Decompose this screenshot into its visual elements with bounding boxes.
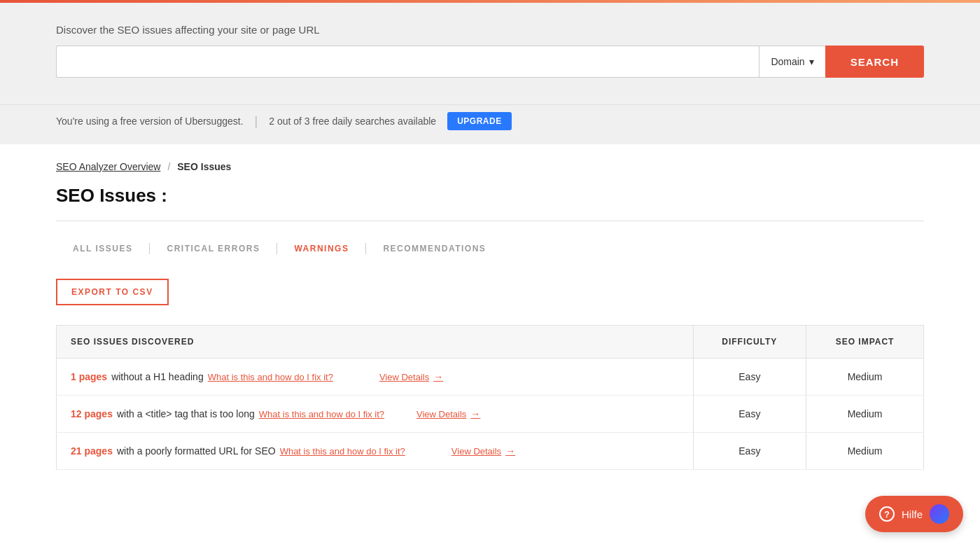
pages-link-1[interactable]: 1 pages (71, 371, 107, 382)
main-content: SEO Analyzer Overview / SEO Issues SEO I… (0, 144, 980, 549)
issue-desc-2: with a <title> tag that is too long (117, 408, 255, 419)
tab-critical-errors[interactable]: CRITICAL ERRORS (150, 238, 276, 259)
upgrade-button[interactable]: UPGRADE (447, 112, 512, 130)
searches-info: 2 out of 3 free daily searches available (269, 116, 436, 127)
issues-table: SEO ISSUES DISCOVERED DIFFICULTY SEO IMP… (56, 325, 924, 470)
view-details-label-3: View Details (451, 446, 501, 457)
difficulty-1: Easy (693, 359, 806, 396)
table-row: 1 pages without a H1 heading What is thi… (57, 359, 924, 396)
tab-recommendations[interactable]: RECOMMENDATIONS (366, 238, 503, 259)
free-version-bar: You're using a free version of Ubersugge… (0, 104, 980, 144)
free-version-message: You're using a free version of Ubersugge… (56, 116, 244, 127)
impact-1: Medium (806, 359, 924, 396)
view-details-label-2: View Details (416, 409, 466, 419)
bar-separator: | (255, 114, 258, 129)
difficulty-2: Easy (693, 396, 806, 433)
domain-dropdown[interactable]: Domain ▾ (759, 46, 825, 78)
pages-link-2[interactable]: 12 pages (71, 408, 113, 419)
breadcrumb: SEO Analyzer Overview / SEO Issues (56, 161, 924, 172)
view-details-1[interactable]: View Details → (379, 371, 443, 382)
arrow-icon-3: → (505, 445, 515, 457)
search-section: Discover the SEO issues affecting your s… (0, 3, 980, 104)
breadcrumb-link[interactable]: SEO Analyzer Overview (56, 161, 160, 172)
chevron-down-icon: ▾ (809, 56, 814, 67)
export-csv-button[interactable]: EXPORT TO CSV (56, 279, 169, 305)
domain-label: Domain (771, 56, 804, 67)
tab-all-issues[interactable]: ALL ISSUES (56, 238, 149, 259)
table-row: 12 pages with a <title> tag that is too … (57, 396, 924, 433)
col-header-issues: SEO ISSUES DISCOVERED (57, 326, 694, 359)
search-button[interactable]: SEARCH (825, 46, 924, 78)
arrow-icon-2: → (470, 408, 480, 419)
table-row: 21 pages with a poorly formatted URL for… (57, 433, 924, 470)
tab-warnings[interactable]: WARNINGS (277, 238, 365, 259)
arrow-icon-1: → (433, 371, 443, 382)
view-details-3[interactable]: View Details → (451, 445, 515, 457)
help-button[interactable]: ? Hilfe (865, 496, 963, 532)
fix-link-1[interactable]: What is this and how do I fix it? (208, 372, 333, 382)
fix-link-3[interactable]: What is this and how do I fix it? (280, 446, 405, 457)
search-description: Discover the SEO issues affecting your s… (56, 24, 924, 36)
col-header-difficulty: DIFFICULTY (693, 326, 806, 359)
help-icon: ? (879, 506, 895, 522)
issue-cell-3: 21 pages with a poorly formatted URL for… (71, 445, 679, 457)
impact-2: Medium (806, 396, 924, 433)
breadcrumb-separator: / (167, 161, 170, 172)
issue-desc-1: without a H1 heading (111, 371, 204, 382)
issue-cell-2: 12 pages with a <title> tag that is too … (71, 408, 679, 419)
view-details-label-1: View Details (379, 372, 429, 382)
view-details-2[interactable]: View Details → (416, 408, 480, 419)
difficulty-3: Easy (693, 433, 806, 470)
help-label: Hilfe (902, 508, 923, 520)
issue-desc-3: with a poorly formatted URL for SEO (117, 445, 276, 457)
tabs-bar: ALL ISSUES CRITICAL ERRORS WARNINGS RECO… (56, 238, 924, 259)
col-header-impact: SEO IMPACT (806, 326, 924, 359)
issue-cell-1: 1 pages without a H1 heading What is thi… (71, 371, 679, 382)
ubersuggest-logo (930, 504, 949, 524)
divider (56, 221, 924, 221)
pages-link-3[interactable]: 21 pages (71, 445, 113, 457)
page-title: SEO Issues : (56, 185, 924, 207)
breadcrumb-current: SEO Issues (177, 161, 231, 172)
search-input[interactable] (56, 46, 759, 78)
fix-link-2[interactable]: What is this and how do I fix it? (259, 409, 384, 419)
impact-3: Medium (806, 433, 924, 470)
